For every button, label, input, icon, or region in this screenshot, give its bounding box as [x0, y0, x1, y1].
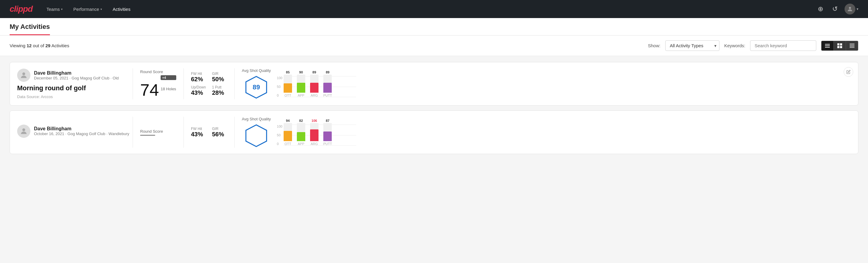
stat-gir-2: GIR 56%	[212, 127, 227, 138]
quality-col: Avg Shot Quality 89	[242, 68, 271, 99]
nav-teams-label: Teams	[46, 7, 60, 12]
divider-2c	[234, 117, 235, 148]
card-stats: FW Hit 62% GIR 50% Up/Down 43% 1 Putt 28…	[185, 71, 233, 96]
avatar-button[interactable]: ▾	[844, 4, 858, 14]
user-name-2: Dave Billingham	[34, 126, 129, 132]
bar-app: 90 APP	[297, 70, 305, 97]
stat-oneputt: 1 Putt 28%	[212, 85, 227, 96]
user-row-2: Dave Billingham October 16, 2021 · Gog M…	[17, 124, 131, 138]
svg-rect-11	[850, 47, 855, 48]
stat-gir: GIR 50%	[212, 71, 227, 83]
hexagon-score: 89	[253, 83, 260, 91]
stat-fw-hit: FW Hit 62%	[191, 71, 206, 83]
search-input[interactable]	[750, 40, 816, 51]
user-avatar	[17, 68, 30, 82]
svg-rect-7	[840, 46, 842, 48]
bar-arg: 89 ARG	[310, 70, 318, 97]
bar-ott: 85 OTT	[284, 70, 292, 97]
svg-marker-15	[246, 125, 267, 147]
stat-updown: Up/Down 43%	[191, 85, 206, 96]
user-avatar-2	[17, 124, 30, 138]
viewing-middle: out of	[32, 43, 45, 48]
stat-oneputt-value: 28%	[212, 89, 227, 96]
hexagon: 89	[244, 75, 268, 99]
view-list-button[interactable]	[822, 41, 834, 51]
svg-rect-9	[850, 45, 855, 46]
score-holes: 18 Holes	[161, 87, 176, 91]
svg-point-14	[22, 128, 25, 131]
keywords-label: Keywords:	[724, 43, 745, 48]
y-label-50-2: 50	[277, 133, 282, 137]
score-badge: +4	[161, 75, 176, 80]
y-label-50: 50	[277, 85, 282, 88]
stat-oneputt-label: 1 Putt	[212, 85, 227, 89]
stat-fw-hit-2: FW Hit 43%	[191, 127, 206, 138]
user-name: Dave Billingham	[34, 70, 119, 76]
page-title: My Activities	[10, 23, 50, 35]
user-info: Dave Billingham December 05, 2021 · Gog …	[34, 70, 119, 80]
activity-card-2: Dave Billingham October 16, 2021 · Gog M…	[10, 111, 858, 154]
activities-list: Dave Billingham December 05, 2021 · Gog …	[0, 56, 868, 160]
avg-shot-quality-label: Avg Shot Quality	[242, 68, 271, 73]
bar-app-value-2: 82	[299, 119, 303, 122]
y-label-100-2: 100	[277, 124, 282, 128]
bar-chart: 100 50 0 85	[277, 71, 356, 97]
bar-putt-value: 89	[326, 70, 329, 74]
bar-ott-2: 94 OTT	[284, 119, 292, 146]
divider-2b	[183, 117, 184, 148]
view-grid-button[interactable]	[834, 41, 846, 51]
nav-item-teams[interactable]: Teams ▾	[42, 4, 66, 14]
teams-chevron-icon: ▾	[61, 7, 63, 11]
stat-fw-hit-value-2: 43%	[191, 131, 206, 138]
stat-updown-value: 43%	[191, 89, 206, 96]
score-number: 74	[140, 82, 159, 98]
view-compact-button[interactable]	[846, 41, 858, 51]
nav-item-activities[interactable]: Activities	[108, 4, 135, 14]
bar-chart-2: 100 50 0 94 OT	[277, 119, 356, 146]
card-score-2: Round Score	[134, 129, 182, 136]
viewing-total: 29	[45, 43, 51, 48]
stat-fw-hit-label: FW Hit	[191, 71, 206, 76]
logo: clippd	[10, 4, 32, 14]
divider	[133, 68, 133, 99]
edit-button[interactable]	[844, 67, 853, 77]
nav-item-performance[interactable]: Performance ▾	[69, 4, 106, 14]
viewing-suffix: Activities	[51, 43, 69, 48]
card-quality: Avg Shot Quality 89 100 50	[236, 68, 362, 99]
divider-2	[133, 117, 133, 148]
card-quality-2: Avg Shot Quality 100 50 0	[236, 117, 362, 148]
hexagon-container-2	[242, 124, 271, 148]
view-toggle-group	[821, 40, 858, 51]
navbar-actions: ⊕ ↺ ▾	[816, 4, 858, 14]
card-left-2: Dave Billingham October 16, 2021 · Gog M…	[17, 124, 131, 140]
card-score: Round Score 74 +4 18 Holes	[134, 69, 182, 98]
divider	[234, 68, 235, 99]
viewing-prefix: Viewing	[10, 43, 27, 48]
svg-rect-5	[840, 43, 842, 46]
y-label-100: 100	[277, 76, 282, 80]
hexagon-container: 89	[242, 75, 271, 99]
divider	[183, 68, 184, 99]
user-info-2: Dave Billingham October 16, 2021 · Gog M…	[34, 126, 129, 136]
add-button[interactable]: ⊕	[816, 4, 825, 14]
nav-activities-label: Activities	[113, 7, 130, 12]
stat-gir-label: GIR	[212, 71, 227, 76]
svg-rect-4	[837, 43, 839, 46]
round-score-label-2: Round Score	[140, 129, 176, 134]
activity-type-select[interactable]: All Activity Types	[665, 40, 719, 51]
card-left: Dave Billingham December 05, 2021 · Gog …	[17, 68, 131, 99]
svg-rect-3	[825, 47, 830, 48]
refresh-button[interactable]: ↺	[830, 4, 840, 14]
stat-updown-label: Up/Down	[191, 85, 206, 89]
viewing-count-text: Viewing 12 out of 29 Activities	[10, 43, 643, 48]
avatar	[844, 4, 856, 14]
svg-rect-8	[850, 43, 855, 44]
score-value-row: 74 +4 18 Holes	[140, 75, 176, 98]
quality-col-2: Avg Shot Quality	[242, 117, 271, 148]
data-source: Data Source: Arccos	[17, 94, 131, 99]
svg-point-12	[22, 72, 25, 75]
stat-gir-value-2: 56%	[212, 131, 227, 138]
nav-menu: Teams ▾ Performance ▾ Activities	[42, 4, 806, 14]
activity-type-select-wrapper: All Activity Types	[665, 40, 719, 51]
activity-card: Dave Billingham December 05, 2021 · Gog …	[10, 62, 858, 106]
